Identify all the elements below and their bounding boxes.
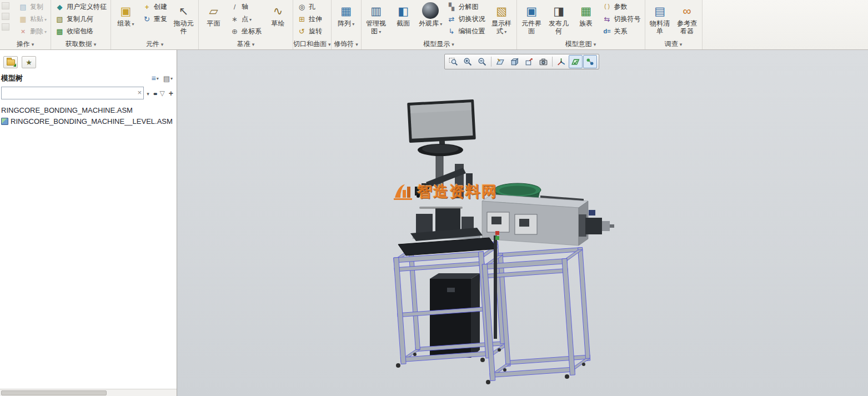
parameters-icon (603, 2, 612, 12)
group-label-cut-surface[interactable]: 切口和曲面 (293, 39, 331, 49)
family-table-icon (578, 2, 594, 19)
exploded-view-button[interactable]: 分解图 (445, 1, 488, 13)
edit-position-icon (447, 27, 456, 36)
switch-symbols-icon (603, 14, 612, 24)
group-label-get-data[interactable]: 获取数据 (51, 39, 111, 49)
folder-history-button[interactable] (3, 56, 18, 68)
assembly-icon (1, 118, 8, 125)
chevron-down-icon (147, 90, 149, 97)
assemble-button[interactable]: 组装 (113, 1, 139, 37)
group-label-datum[interactable]: 基准 (199, 39, 293, 49)
ribbon-group-model-display: 管理视图 截面 外观库 分解图 切换状况 (362, 0, 517, 49)
hole-icon (297, 2, 307, 12)
ribbon-group-get-data: 用户定义特征 复制几何 收缩包络 获取数据 (51, 0, 111, 49)
find-button[interactable] (152, 90, 157, 97)
drag-component-icon (175, 2, 192, 19)
create-component-button[interactable]: 创建 (140, 1, 169, 13)
datum-csys-button[interactable]: 坐标系 (228, 25, 264, 37)
group-label-operations[interactable]: 操作 (0, 39, 51, 49)
create-icon (142, 2, 152, 12)
favorites-button[interactable] (22, 56, 36, 68)
group-label-component[interactable]: 元件 (111, 39, 198, 49)
tree-item-root[interactable]: RINGCORE_BONDING_MACHINE.ASM (0, 104, 177, 116)
extrude-icon (297, 14, 307, 24)
ribbon-group-datum: 平面 轴 点 坐标系 (199, 0, 293, 49)
manage-views-icon (368, 2, 384, 19)
model-tree-title: 模型树 (1, 73, 23, 83)
datum-plane-icon (205, 2, 222, 19)
switch-state-icon (447, 14, 456, 24)
group-label-model-intent[interactable]: 模型意图 (517, 39, 645, 49)
funnel-icon (160, 89, 165, 97)
manage-views-button[interactable]: 管理视图 (363, 1, 389, 37)
sketch-button[interactable]: 草绘 (265, 1, 291, 37)
ribbon-group-operations: 复制 粘贴 删除 操作 (0, 0, 51, 49)
revolve-button[interactable]: 旋转 (295, 25, 324, 37)
revolve-icon (297, 27, 307, 36)
bom-icon (651, 2, 668, 19)
exploded-view-icon (447, 2, 456, 12)
search-options-dropdown[interactable] (145, 90, 150, 97)
hscrollbar-thumb[interactable] (1, 390, 107, 395)
drag-component-button[interactable]: 拖动元件 (170, 1, 197, 37)
udf-icon (55, 2, 64, 12)
group-label-investigate[interactable]: 调查 (645, 39, 702, 49)
component-interface-button[interactable]: 元件界面 (519, 1, 545, 37)
section-icon (395, 2, 412, 19)
model-tree-hscrollbar[interactable] (0, 389, 177, 396)
appearance-gallery-button[interactable]: 外观库 (418, 1, 444, 37)
pattern-button[interactable]: 阵列 (333, 1, 359, 37)
machine-3d-model[interactable] (177, 50, 868, 396)
family-table-button[interactable]: 族表 (573, 1, 599, 37)
assemble-icon (118, 2, 134, 19)
clipped-ribbon-buttons (2, 1, 15, 31)
section-button[interactable]: 截面 (390, 1, 417, 37)
delete-button[interactable]: 删除 (16, 25, 49, 37)
extrude-button[interactable]: 拉伸 (295, 13, 324, 25)
switch-state-button[interactable]: 切换状况 (445, 13, 488, 25)
ribbon: 复制 粘贴 删除 操作 (0, 0, 868, 50)
graphics-viewport[interactable]: 智造资料网 (177, 50, 868, 396)
group-label-model-display[interactable]: 模型显示 (362, 39, 516, 49)
clear-search-icon[interactable] (138, 88, 142, 97)
tree-search-input[interactable] (1, 87, 144, 99)
plus-icon (169, 89, 173, 98)
folder-icon (7, 59, 15, 66)
tree-filters-button[interactable] (150, 73, 160, 83)
paste-button[interactable]: 粘贴 (16, 13, 49, 25)
tree-settings-button[interactable] (162, 73, 174, 83)
model-tree: RINGCORE_BONDING_MACHINE.ASM RINGCORE_BO… (0, 102, 177, 389)
datum-point-button[interactable]: 点 (228, 13, 264, 25)
reference-viewer-button[interactable]: 参考查看器 (674, 1, 700, 37)
parameters-button[interactable]: 参数 (600, 1, 643, 13)
edit-position-button[interactable]: 编辑位置 (445, 25, 488, 37)
publish-geometry-icon (550, 2, 567, 19)
ribbon-group-investigate: 物料清单 参考查看器 调查 (645, 0, 703, 49)
tree-settings-icon (163, 74, 170, 83)
publish-geometry-button[interactable]: 发布几何 (546, 1, 572, 37)
shrinkwrap-button[interactable]: 收缩包络 (53, 25, 109, 37)
copy-button[interactable]: 复制 (16, 1, 49, 13)
star-icon (26, 58, 32, 67)
bom-button[interactable]: 物料清单 (647, 1, 673, 37)
hole-button[interactable]: 孔 (295, 1, 324, 13)
switch-symbols-button[interactable]: 切换符号 (600, 13, 643, 25)
display-style-icon (493, 2, 510, 19)
repeat-icon (142, 14, 152, 24)
datum-plane-button[interactable]: 平面 (200, 1, 227, 37)
copy-icon (18, 2, 28, 12)
paste-icon (18, 14, 28, 24)
repeat-button[interactable]: 重复 (140, 13, 169, 25)
relations-button[interactable]: d= 关系 (600, 25, 643, 37)
expand-add-button[interactable] (168, 89, 174, 98)
datum-axis-button[interactable]: 轴 (228, 1, 264, 13)
ribbon-group-cut-surface: 孔 拉伸 旋转 切口和曲面 (293, 0, 332, 49)
datum-axis-icon (230, 2, 239, 12)
copy-geometry-button[interactable]: 复制几何 (53, 13, 109, 25)
group-label-modifiers[interactable]: 修饰符 (332, 39, 361, 49)
udf-button[interactable]: 用户定义特征 (53, 1, 109, 13)
tree-item-sub-assembly[interactable]: RINGCORE_BONDING_MACHINE__LEVEL.ASM (0, 116, 177, 127)
filter-button[interactable] (159, 89, 166, 97)
appearance-sphere-icon (422, 2, 439, 19)
display-style-button[interactable]: 显示样式 (489, 1, 515, 37)
